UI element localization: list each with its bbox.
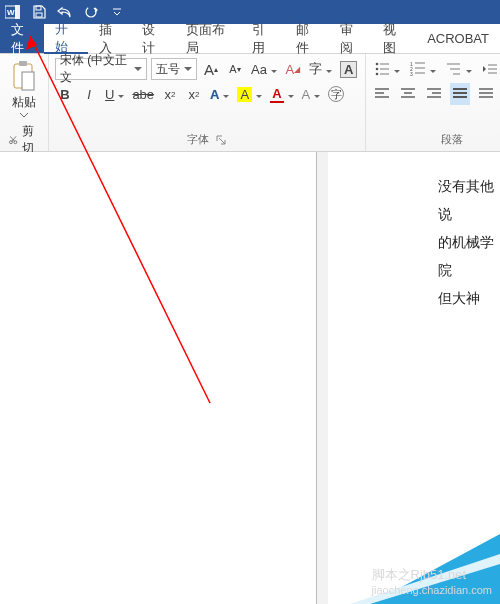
svg-rect-16 xyxy=(380,63,389,65)
doc-line-3: 但大神 xyxy=(438,284,500,312)
svg-rect-31 xyxy=(488,68,497,70)
svg-rect-47 xyxy=(453,96,467,98)
svg-rect-8 xyxy=(22,72,34,90)
align-distribute-button[interactable] xyxy=(476,83,496,105)
doc-line-1: 没有其他说 xyxy=(438,172,500,228)
tab-view[interactable]: 视图 xyxy=(372,24,416,53)
font-color-button[interactable]: A xyxy=(268,83,295,105)
svg-rect-48 xyxy=(479,88,493,90)
highlight-button[interactable]: A xyxy=(235,83,264,105)
svg-point-15 xyxy=(376,63,379,66)
undo-icon[interactable] xyxy=(56,3,74,21)
svg-rect-37 xyxy=(375,92,384,94)
save-icon[interactable] xyxy=(30,3,48,21)
paste-icon xyxy=(10,60,38,92)
svg-rect-1 xyxy=(15,5,20,19)
svg-rect-26 xyxy=(415,72,425,74)
svg-rect-24 xyxy=(415,67,425,69)
shrink-font-button[interactable]: A▾ xyxy=(225,58,245,80)
strikethrough-button[interactable]: abe xyxy=(130,83,156,105)
redo-icon[interactable] xyxy=(82,3,100,21)
svg-rect-28 xyxy=(450,68,460,70)
page-left[interactable] xyxy=(0,152,316,604)
subscript-button[interactable]: x2 xyxy=(160,83,180,105)
superscript-button[interactable]: x2 xyxy=(184,83,204,105)
app-icon: W xyxy=(4,3,22,21)
svg-rect-44 xyxy=(427,96,441,98)
svg-point-5 xyxy=(86,7,96,17)
char-shading-button[interactable]: A xyxy=(300,83,323,105)
grow-font-button[interactable]: A▴ xyxy=(201,58,221,80)
group-paragraph-label: 段落 xyxy=(441,132,463,147)
group-paragraph: 123 段落 xyxy=(366,54,500,151)
align-center-button[interactable] xyxy=(398,83,418,105)
enclose-char-button[interactable]: 字 xyxy=(326,83,346,105)
svg-rect-4 xyxy=(36,13,42,17)
tab-design[interactable]: 设计 xyxy=(131,24,175,53)
svg-rect-27 xyxy=(447,63,460,65)
group-clipboard: 粘贴 剪切 复制 格式刷 剪贴板 xyxy=(0,54,49,151)
clear-format-button[interactable]: A◢ xyxy=(283,58,303,80)
svg-rect-39 xyxy=(401,88,415,90)
svg-rect-7 xyxy=(19,61,27,66)
svg-rect-30 xyxy=(488,64,497,66)
font-name-combo[interactable]: 宋体 (中文正文 xyxy=(55,58,147,80)
align-left-button[interactable] xyxy=(372,83,392,105)
svg-rect-42 xyxy=(427,88,441,90)
ribbon-tabs: 文件 开始 插入 设计 页面布局 引用 邮件 审阅 视图 ACROBAT xyxy=(0,24,500,54)
svg-rect-20 xyxy=(380,73,389,75)
svg-rect-22 xyxy=(415,62,425,64)
svg-text:3: 3 xyxy=(410,71,413,77)
char-border-button[interactable]: A xyxy=(338,58,359,80)
font-launcher-icon[interactable] xyxy=(215,134,227,146)
tab-review[interactable]: 审阅 xyxy=(329,24,373,53)
multilevel-list-button[interactable] xyxy=(444,58,474,80)
align-justify-button[interactable] xyxy=(450,83,470,105)
tab-acrobat[interactable]: ACROBAT xyxy=(416,24,500,53)
tab-insert[interactable]: 插入 xyxy=(88,24,132,53)
svg-rect-32 xyxy=(488,72,497,74)
ribbon: 粘贴 剪切 复制 格式刷 剪贴板 xyxy=(0,54,500,152)
font-size-combo[interactable]: 五号 xyxy=(151,58,197,80)
doc-line-2: 的机械学院 xyxy=(438,228,500,284)
numbering-button[interactable]: 123 xyxy=(408,58,438,80)
svg-rect-38 xyxy=(375,96,389,98)
svg-rect-49 xyxy=(479,92,493,94)
qat-more-icon[interactable] xyxy=(108,3,126,21)
svg-rect-50 xyxy=(479,96,493,98)
watermark: 脚本之Rjb51.net jiaocheng.chazidian.com xyxy=(372,566,492,596)
svg-rect-43 xyxy=(432,92,441,94)
bullets-button[interactable] xyxy=(372,58,402,80)
scissors-icon xyxy=(8,133,18,147)
chevron-down-icon xyxy=(20,113,28,118)
svg-rect-36 xyxy=(375,88,389,90)
tab-layout[interactable]: 页面布局 xyxy=(175,24,241,53)
svg-rect-40 xyxy=(404,92,412,94)
svg-text:W: W xyxy=(7,8,15,17)
underline-button[interactable]: U xyxy=(103,83,126,105)
align-right-button[interactable] xyxy=(424,83,444,105)
paste-button[interactable]: 粘贴 xyxy=(6,58,42,120)
decrease-indent-button[interactable] xyxy=(480,58,500,80)
svg-rect-45 xyxy=(453,88,467,90)
svg-rect-46 xyxy=(453,92,467,94)
tab-file[interactable]: 文件 xyxy=(0,24,44,53)
watermark-line1: 脚本之Rjb51.net xyxy=(372,566,492,584)
svg-rect-29 xyxy=(453,73,460,75)
tab-references[interactable]: 引用 xyxy=(241,24,285,53)
italic-button[interactable]: I xyxy=(79,83,99,105)
phonetic-guide-button[interactable]: 字 xyxy=(307,58,334,80)
tab-home[interactable]: 开始 xyxy=(44,24,88,54)
svg-rect-41 xyxy=(401,96,415,98)
group-font-label: 字体 xyxy=(187,132,209,147)
bold-button[interactable]: B xyxy=(55,83,75,105)
text-effects-button[interactable]: A xyxy=(208,83,231,105)
tab-mailings[interactable]: 邮件 xyxy=(285,24,329,53)
watermark-line2: jiaocheng.chazidian.com xyxy=(372,584,492,596)
group-font: 宋体 (中文正文 五号 A▴ A▾ Aa A◢ 字 A B I U abe x2… xyxy=(49,54,366,151)
svg-rect-18 xyxy=(380,68,389,70)
paste-label: 粘贴 xyxy=(12,94,36,111)
change-case-button[interactable]: Aa xyxy=(249,58,279,80)
svg-point-17 xyxy=(376,68,379,71)
svg-point-19 xyxy=(376,73,379,76)
